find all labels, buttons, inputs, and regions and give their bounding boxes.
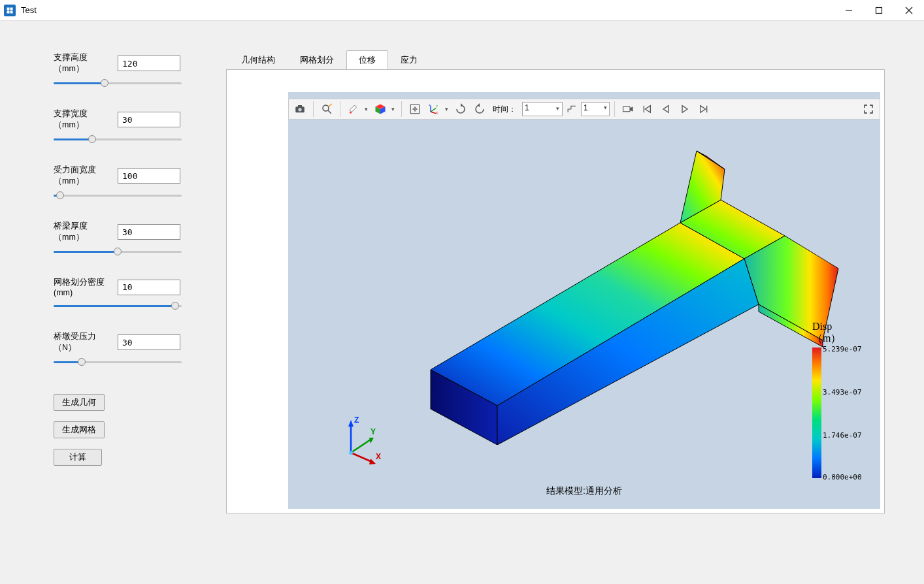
compute-button[interactable]: 计算 bbox=[54, 449, 102, 466]
displacement-contour-plot bbox=[367, 144, 850, 445]
maximize-button[interactable] bbox=[864, 0, 894, 21]
param-label: 桥墩受压力（N） bbox=[54, 331, 118, 353]
tab-geometry[interactable]: 几何结构 bbox=[229, 50, 288, 70]
paint-dropdown-icon[interactable] bbox=[345, 101, 370, 118]
viewport-3d[interactable]: Z Y X 结果模型:通用分析 bbox=[288, 92, 880, 509]
param-input[interactable] bbox=[118, 112, 180, 127]
svg-marker-47 bbox=[478, 103, 480, 107]
param-row: 网格划分密度(mm) bbox=[54, 277, 187, 312]
svg-point-29 bbox=[350, 112, 352, 114]
svg-text:Z: Z bbox=[429, 104, 431, 106]
result-tabs: 几何结构 网格划分 位移 应力 bbox=[229, 50, 885, 69]
svg-marker-14 bbox=[348, 420, 354, 427]
svg-marker-37 bbox=[416, 108, 418, 110]
tab-displacement[interactable]: 位移 bbox=[346, 50, 388, 70]
screenshot-icon[interactable] bbox=[291, 101, 308, 118]
play-icon[interactable] bbox=[676, 101, 693, 118]
svg-marker-20 bbox=[369, 459, 376, 464]
param-row: 桥梁厚度（mm） bbox=[54, 221, 187, 257]
time-select[interactable]: 1 bbox=[522, 102, 563, 116]
param-label: 受力面宽度（mm） bbox=[54, 165, 118, 187]
param-input[interactable] bbox=[118, 56, 180, 71]
param-label: 网格划分密度(mm) bbox=[54, 277, 118, 297]
svg-marker-38 bbox=[414, 106, 416, 108]
record-icon[interactable] bbox=[619, 101, 636, 118]
param-slider[interactable] bbox=[54, 300, 182, 312]
window-title: Test bbox=[21, 5, 834, 15]
legend-tick: 3.493e-07 bbox=[823, 388, 862, 397]
param-input[interactable] bbox=[118, 280, 180, 295]
param-row: 受力面宽度（mm） bbox=[54, 165, 187, 201]
generate-mesh-button[interactable]: 生成网格 bbox=[54, 421, 105, 438]
tab-mesh[interactable]: 网格划分 bbox=[288, 50, 346, 70]
param-slider[interactable] bbox=[54, 189, 182, 201]
param-slider[interactable] bbox=[54, 356, 182, 368]
param-slider[interactable] bbox=[54, 77, 182, 89]
colorcube-dropdown-icon[interactable] bbox=[372, 101, 397, 118]
svg-marker-53 bbox=[682, 106, 687, 113]
rotate-cw-icon[interactable] bbox=[452, 101, 469, 118]
fullscreen-icon[interactable] bbox=[860, 101, 877, 118]
param-input[interactable] bbox=[118, 168, 180, 184]
param-label: 桥梁厚度（mm） bbox=[54, 221, 118, 243]
svg-line-28 bbox=[329, 104, 332, 106]
legend-title: Disp（m） bbox=[812, 321, 870, 344]
legend-tick: 1.746e-07 bbox=[823, 431, 862, 440]
legend-colorbar: 5.239e-07 3.493e-07 1.746e-07 0.000e+00 bbox=[812, 348, 821, 478]
svg-marker-54 bbox=[701, 106, 706, 113]
param-row: 支撑宽度（mm） bbox=[54, 108, 187, 145]
svg-point-26 bbox=[323, 105, 329, 111]
svg-rect-1 bbox=[876, 7, 882, 13]
svg-marker-39 bbox=[414, 110, 416, 112]
svg-marker-51 bbox=[645, 106, 650, 113]
param-row: 支撑高度（mm） bbox=[54, 52, 187, 89]
axis-triad-icon: Z Y X bbox=[338, 414, 390, 466]
param-input[interactable] bbox=[118, 224, 180, 240]
minimize-button[interactable] bbox=[834, 0, 864, 21]
viewer-toolbar: ZYX 时间： 1 1 bbox=[288, 99, 880, 120]
param-label: 支撑高度（mm） bbox=[54, 52, 118, 74]
svg-marker-17 bbox=[369, 438, 374, 444]
svg-point-24 bbox=[298, 108, 301, 111]
tab-stress[interactable]: 应力 bbox=[388, 50, 430, 70]
viewer-frame: Z Y X 结果模型:通用分析 bbox=[226, 69, 885, 513]
param-slider[interactable] bbox=[54, 246, 182, 257]
step-mode-icon[interactable] bbox=[565, 105, 579, 114]
close-button[interactable] bbox=[894, 0, 924, 21]
svg-rect-48 bbox=[623, 106, 631, 112]
time-label: 时间： bbox=[493, 104, 516, 115]
result-model-label: 结果模型:通用分析 bbox=[288, 485, 880, 497]
svg-rect-25 bbox=[298, 105, 302, 107]
generate-geometry-button[interactable]: 生成几何 bbox=[54, 394, 105, 411]
rotate-ccw-icon[interactable] bbox=[471, 101, 488, 118]
svg-marker-52 bbox=[663, 106, 668, 113]
svg-text:X: X bbox=[436, 112, 438, 114]
svg-text:Y: Y bbox=[436, 105, 438, 108]
axis-view-dropdown-icon[interactable]: ZYX bbox=[425, 101, 450, 118]
svg-text:Y: Y bbox=[371, 427, 376, 436]
svg-marker-49 bbox=[630, 106, 633, 112]
title-bar: Test bbox=[0, 0, 924, 21]
fit-view-icon[interactable] bbox=[406, 101, 423, 118]
param-slider[interactable] bbox=[54, 133, 182, 145]
svg-text:Z: Z bbox=[354, 415, 359, 425]
step-back-icon[interactable] bbox=[657, 101, 674, 118]
svg-line-27 bbox=[328, 110, 331, 114]
zoom-icon[interactable] bbox=[318, 101, 335, 118]
legend-tick: 0.000e+00 bbox=[823, 473, 862, 481]
svg-line-41 bbox=[431, 108, 436, 112]
color-legend: Disp（m） 5.239e-07 3.493e-07 1.746e-07 0.… bbox=[812, 321, 870, 478]
svg-marker-46 bbox=[461, 103, 463, 107]
param-label: 支撑宽度（mm） bbox=[54, 108, 118, 131]
param-input[interactable] bbox=[118, 334, 180, 350]
step-spinner[interactable]: 1 bbox=[581, 102, 610, 116]
parameters-panel: 支撑高度（mm）支撑宽度（mm）受力面宽度（mm）桥梁厚度（mm）网格划分密度(… bbox=[0, 21, 226, 584]
param-row: 桥墩受压力（N） bbox=[54, 331, 187, 368]
svg-line-16 bbox=[351, 440, 371, 453]
skip-end-icon[interactable] bbox=[695, 101, 712, 118]
skip-start-icon[interactable] bbox=[638, 101, 655, 118]
svg-line-42 bbox=[431, 112, 436, 114]
app-icon bbox=[4, 5, 16, 16]
svg-marker-36 bbox=[412, 108, 414, 110]
svg-point-22 bbox=[349, 451, 353, 455]
